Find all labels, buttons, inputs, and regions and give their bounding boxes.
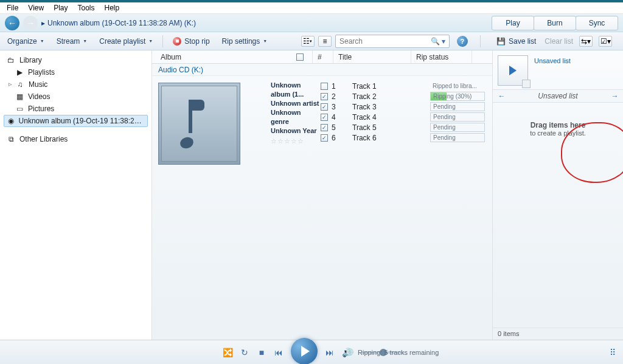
nav-back-button[interactable]: ← bbox=[5, 16, 19, 30]
menu-tools[interactable]: Tools bbox=[72, 4, 99, 12]
table-row[interactable]: ✓6Track 6Pending bbox=[321, 132, 486, 143]
subheader[interactable]: Audio CD (K:) bbox=[152, 64, 492, 76]
track-checkbox[interactable]: ✓ bbox=[321, 93, 328, 100]
switch-view-button[interactable]: ⠿ bbox=[610, 348, 616, 357]
save-icon: 💾 bbox=[496, 37, 506, 46]
save-list-button[interactable]: 💾 Save list bbox=[494, 36, 538, 47]
track-checkbox[interactable]: ✓ bbox=[321, 134, 328, 142]
view-list-button[interactable]: ≡ bbox=[318, 36, 332, 47]
create-playlist-button[interactable]: Create playlist▼ bbox=[97, 36, 155, 47]
tab-sync[interactable]: Sync bbox=[576, 16, 618, 30]
track-title: Track 1 bbox=[352, 82, 430, 91]
divider bbox=[162, 35, 163, 47]
table-row[interactable]: ✓2Track 2Ripping (30%) bbox=[321, 91, 486, 101]
sidebar: 🗀Library ▶Playlists ▷♫Music ▦Videos ▭Pic… bbox=[0, 50, 152, 340]
disc-icon: ◉ bbox=[7, 116, 15, 126]
table-row[interactable]: ✓1Track 1Ripped to libra... bbox=[321, 81, 486, 91]
sidebar-item-pictures[interactable]: ▭Pictures bbox=[4, 103, 148, 115]
search-input[interactable]: Search 🔍 ▾ bbox=[335, 35, 450, 48]
library-icon: 🗀 bbox=[6, 55, 16, 65]
sidebar-item-label: Pictures bbox=[28, 105, 54, 113]
col-number[interactable]: # bbox=[318, 53, 322, 61]
sidebar-item-playlists[interactable]: ▶Playlists bbox=[4, 66, 148, 78]
next-arrow-icon[interactable]: → bbox=[611, 92, 618, 100]
organize-button[interactable]: Organize▼ bbox=[5, 36, 47, 47]
playlist-thumbnail[interactable] bbox=[498, 55, 528, 86]
rip-settings-label: Rip settings bbox=[222, 37, 260, 46]
track-title: Track 2 bbox=[352, 92, 430, 101]
player-status-text: Ripping: 5 tracks remaining bbox=[358, 349, 439, 356]
sidebar-item-library[interactable]: 🗀Library bbox=[4, 54, 148, 66]
unsaved-list-link[interactable]: Unsaved list bbox=[534, 55, 571, 84]
view-icons-button[interactable]: ☷ ▾ bbox=[301, 36, 315, 47]
menubar[interactable]: File View Play Tools Help bbox=[0, 2, 623, 14]
track-title: Track 6 bbox=[352, 134, 430, 142]
sidebar-item-label: Library bbox=[19, 56, 42, 64]
sidebar-item-other-libraries[interactable]: ⧉Other Libraries bbox=[4, 133, 148, 145]
select-all-checkbox[interactable] bbox=[296, 53, 304, 61]
rip-status-cell: Pending bbox=[430, 112, 485, 122]
track-checkbox[interactable]: ✓ bbox=[321, 114, 328, 121]
stop-rip-label: Stop rip bbox=[184, 37, 209, 46]
rip-status-cell: Ripped to libra... bbox=[430, 81, 485, 91]
prev-arrow-icon[interactable]: ← bbox=[498, 92, 505, 100]
shuffle-button[interactable]: 🔀 bbox=[219, 348, 236, 357]
breadcrumb-text: Unknown album (19-Oct-19 11:38:28 AM) (K… bbox=[47, 19, 196, 27]
rip-status-cell: Pending bbox=[430, 123, 485, 132]
menu-play[interactable]: Play bbox=[49, 4, 72, 12]
clear-list-button[interactable]: Clear list bbox=[545, 37, 573, 46]
stop-icon bbox=[173, 37, 181, 46]
stop-button[interactable]: ■ bbox=[253, 348, 270, 357]
rating-stars[interactable]: ☆☆☆☆☆ bbox=[271, 137, 321, 146]
rip-status-cell: Ripping (30%) bbox=[430, 92, 485, 101]
stop-rip-button[interactable]: Stop rip bbox=[170, 36, 212, 47]
repeat-button[interactable]: ↻ bbox=[236, 348, 253, 357]
sidebar-item-label: Playlists bbox=[28, 68, 55, 77]
track-number: 6 bbox=[332, 134, 352, 142]
track-checkbox[interactable]: ✓ bbox=[321, 83, 328, 90]
sidebar-item-music[interactable]: ▷♫Music bbox=[4, 78, 148, 91]
right-panel: Unsaved list ← Unsaved list → Drag items… bbox=[492, 50, 623, 340]
genre-text: Unknown genre bbox=[271, 108, 321, 126]
menu-view[interactable]: View bbox=[23, 4, 49, 12]
sidebar-item-album[interactable]: ◉Unknown album (19-Oct-19 11:38:28 AM) (… bbox=[4, 115, 148, 127]
track-title: Track 3 bbox=[352, 103, 430, 111]
right-panel-header: Unsaved list bbox=[538, 92, 577, 100]
drag-hint-sub: to create a playlist. bbox=[530, 129, 586, 137]
table-row[interactable]: ✓4Track 4Pending bbox=[321, 112, 486, 122]
chevron-right-icon: ▷ bbox=[9, 82, 12, 87]
ripping-icon: 💿 bbox=[346, 348, 354, 356]
player-bar: 🔀 ↻ ■ ⏮ ⏭ 🔊 💿 Ripping: 5 tracks remainin… bbox=[0, 340, 623, 364]
sidebar-item-label: Music bbox=[29, 80, 47, 89]
sidebar-item-videos[interactable]: ▦Videos bbox=[4, 91, 148, 103]
table-row[interactable]: ✓5Track 5Pending bbox=[321, 122, 486, 132]
year-text: Unknown Year bbox=[271, 126, 321, 136]
nav-forward-button[interactable]: → bbox=[23, 16, 38, 30]
prev-button[interactable]: ⏮ bbox=[270, 348, 287, 357]
menu-help[interactable]: Help bbox=[100, 4, 125, 12]
videos-icon: ▦ bbox=[15, 92, 24, 101]
col-album[interactable]: Album bbox=[161, 53, 181, 61]
stream-label: Stream bbox=[57, 37, 80, 46]
track-number: 2 bbox=[332, 92, 352, 101]
breadcrumb[interactable]: ▸ Unknown album (19-Oct-19 11:38:28 AM) … bbox=[41, 19, 489, 27]
rip-settings-button[interactable]: Rip settings▼ bbox=[220, 36, 270, 47]
col-title[interactable]: Title bbox=[338, 53, 352, 61]
next-button[interactable]: ⏭ bbox=[321, 348, 338, 357]
rip-status-cell: Pending bbox=[430, 102, 485, 111]
help-button[interactable]: ? bbox=[457, 36, 468, 47]
search-icon: 🔍 ▾ bbox=[431, 37, 445, 46]
toggle-button-2[interactable]: ☑▾ bbox=[599, 36, 612, 47]
track-checkbox[interactable]: ✓ bbox=[321, 124, 328, 131]
track-number: 3 bbox=[332, 103, 352, 111]
track-checkbox[interactable]: ✓ bbox=[321, 103, 328, 111]
stream-button[interactable]: Stream▼ bbox=[54, 36, 90, 47]
toggle-button-1[interactable]: ⇆▾ bbox=[579, 36, 593, 47]
col-rip-status[interactable]: Rip status bbox=[416, 53, 448, 61]
table-row[interactable]: ✓3Track 3Pending bbox=[321, 101, 486, 112]
search-placeholder: Search bbox=[339, 37, 363, 46]
play-button[interactable] bbox=[291, 338, 318, 365]
tab-play[interactable]: Play bbox=[492, 16, 534, 30]
menu-file[interactable]: File bbox=[2, 4, 23, 12]
tab-burn[interactable]: Burn bbox=[534, 16, 576, 30]
